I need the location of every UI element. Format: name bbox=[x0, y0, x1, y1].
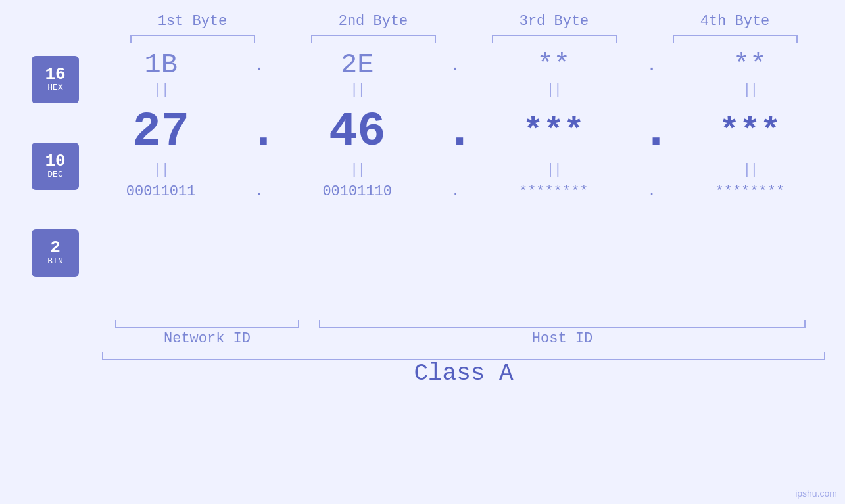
host-id-label: Host ID bbox=[319, 331, 806, 347]
class-bracket bbox=[102, 352, 825, 360]
top-bracket-row bbox=[0, 35, 845, 43]
hex-dot1: . bbox=[249, 55, 269, 76]
dec-dot1: . bbox=[249, 105, 269, 159]
byte4-header: 4th Byte bbox=[673, 13, 798, 30]
class-bar-inner: Class A bbox=[102, 352, 825, 387]
bin-dot2: . bbox=[445, 183, 465, 200]
dec-badge-num: 10 bbox=[45, 152, 65, 170]
hex-badge: 16 HEX bbox=[32, 56, 79, 103]
eq2-b2: || bbox=[295, 162, 420, 178]
class-bar-wrapper: Class A bbox=[0, 352, 845, 387]
hex-b4: ** bbox=[687, 49, 812, 81]
hex-b3: ** bbox=[491, 49, 616, 81]
byte-headers: 1st Byte 2nd Byte 3rd Byte 4th Byte bbox=[0, 13, 845, 30]
dec-dot3: . bbox=[642, 105, 662, 159]
network-id-label: Network ID bbox=[115, 331, 299, 347]
values-area: 1B . 2E . ** . ** bbox=[85, 49, 845, 200]
dec-badge-text: DEC bbox=[47, 170, 62, 180]
id-labels-row: Network ID Host ID bbox=[0, 331, 845, 347]
eq1-b3: || bbox=[491, 82, 616, 99]
dec-b1: 27 bbox=[99, 108, 224, 156]
hex-row: 1B . 2E . ** . ** bbox=[85, 49, 845, 81]
host-id-bracket bbox=[319, 320, 806, 328]
hex-badge-num: 16 bbox=[45, 66, 65, 83]
hex-b1: 1B bbox=[99, 49, 224, 81]
class-label: Class A bbox=[414, 360, 513, 387]
bin-badge: 2 BIN bbox=[32, 229, 79, 277]
bin-b2: 00101110 bbox=[295, 183, 420, 200]
eq1-b1: || bbox=[99, 82, 224, 99]
equals-row-1: || || || || bbox=[85, 82, 845, 99]
dec-b4: *** bbox=[687, 115, 812, 149]
byte3-header: 3rd Byte bbox=[492, 13, 617, 30]
bin-dot3: . bbox=[642, 183, 662, 200]
byte1-header: 1st Byte bbox=[130, 13, 255, 30]
badges-column: 16 HEX 10 DEC 2 BIN bbox=[32, 56, 79, 316]
class-label-wrapper: Class A bbox=[102, 360, 825, 387]
byte2-header: 2nd Byte bbox=[311, 13, 436, 30]
bin-b3: ******** bbox=[491, 183, 616, 200]
bottom-bracket-row bbox=[0, 320, 845, 328]
hex-badge-text: HEX bbox=[47, 83, 62, 93]
bin-b4: ******** bbox=[687, 183, 812, 200]
bracket-1 bbox=[130, 35, 255, 43]
eq1-b4: || bbox=[687, 82, 812, 99]
eq2-b3: || bbox=[491, 162, 616, 178]
network-id-bracket bbox=[115, 320, 299, 328]
equals-row-2: || || || || bbox=[85, 162, 845, 178]
eq1-b2: || bbox=[295, 82, 420, 99]
bin-dot1: . bbox=[249, 183, 269, 200]
bin-b1: 00011011 bbox=[99, 183, 224, 200]
hex-dot2: . bbox=[445, 55, 465, 76]
dec-dot2: . bbox=[445, 105, 465, 159]
dec-badge: 10 DEC bbox=[32, 143, 79, 190]
bracket-4 bbox=[673, 35, 798, 43]
hex-dot3: . bbox=[642, 55, 662, 76]
bin-badge-num: 2 bbox=[50, 239, 60, 256]
dec-b3: *** bbox=[491, 115, 616, 149]
eq2-b1: || bbox=[99, 162, 224, 178]
hex-b2: 2E bbox=[295, 49, 420, 81]
content-area: 16 HEX 10 DEC 2 BIN 1B . bbox=[0, 49, 845, 316]
watermark: ipshu.com bbox=[795, 488, 837, 499]
main-container: 1st Byte 2nd Byte 3rd Byte 4th Byte 16 H… bbox=[0, 0, 845, 504]
dec-b2: 46 bbox=[295, 108, 420, 156]
bin-badge-text: BIN bbox=[47, 256, 62, 267]
eq2-b4: || bbox=[687, 162, 812, 178]
dec-row: 27 . 46 . *** . *** bbox=[85, 105, 845, 159]
bin-row: 00011011 . 00101110 . ******** . bbox=[85, 183, 845, 200]
bracket-2 bbox=[311, 35, 436, 43]
bracket-3 bbox=[492, 35, 617, 43]
